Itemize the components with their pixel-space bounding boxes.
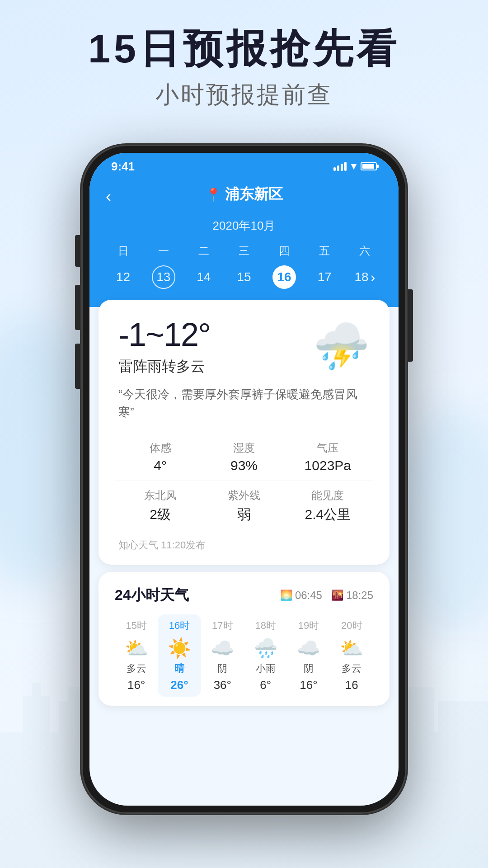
phone-button-vol-up (75, 285, 80, 330)
calendar-grid: 日 一 二 三 四 五 六 12 13 14 (103, 241, 385, 293)
hour-17-label: 17时 (203, 619, 242, 632)
detail-wind: 东北风 2级 (118, 481, 202, 531)
hourly-header: 24小时天气 🌅 06:45 🌇 18:25 (115, 585, 373, 605)
detail-visibility-value: 2.4公里 (286, 505, 370, 524)
hour-16-temp: 26° (160, 678, 199, 692)
temp-range: -1~12° 雷阵雨转多云 (118, 316, 210, 377)
calendar-day-17[interactable]: 17 (305, 261, 345, 293)
hour-19-icon: ☁️ (289, 637, 328, 659)
day-14-circle: 14 (192, 265, 216, 289)
calendar-month: 2020年10月 (103, 218, 385, 234)
calendar-next-btn[interactable]: 18 › (345, 261, 385, 293)
weekday-tue: 二 (183, 241, 224, 261)
detail-visibility-label: 能见度 (286, 488, 370, 503)
hour-15-label: 15时 (117, 619, 156, 632)
detail-feels-like-label: 体感 (118, 441, 202, 455)
hero-subtitle: 小时预报提前查 (0, 79, 488, 111)
hour-18-temp: 6° (246, 678, 285, 692)
hourly-title: 24小时天气 (115, 585, 189, 605)
hour-19-temp: 16° (289, 678, 328, 692)
hourly-section: 24小时天气 🌅 06:45 🌇 18:25 15时 ⛅ 多云 (99, 572, 389, 706)
hero-title: 15日预报抢先看 (0, 27, 488, 71)
hour-item-20: 20时 ⛅ 多云 16 (330, 614, 373, 697)
detail-visibility: 能见度 2.4公里 (286, 481, 370, 531)
calendar-day-15[interactable]: 15 (224, 261, 264, 293)
calendar-day-16[interactable]: 16 (264, 261, 305, 293)
detail-humidity-label: 湿度 (202, 441, 286, 455)
detail-uv: 紫外线 弱 (202, 481, 286, 531)
hour-17-temp: 36° (203, 678, 242, 692)
calendar-day-14[interactable]: 14 (183, 261, 224, 293)
weekday-thu: 四 (264, 241, 305, 261)
temperature-row: -1~12° 雷阵雨转多云 ⛈️ (118, 316, 370, 377)
weekday-sat: 六 (345, 241, 385, 261)
weather-icon-thunderstorm: ⛈️ (313, 320, 370, 373)
hour-15-temp: 16° (117, 678, 156, 692)
hour-17-icon: ☁️ (203, 637, 242, 659)
publish-info: 知心天气 11:20发布 (118, 538, 370, 552)
weekday-wed: 三 (224, 241, 264, 261)
hour-15-icon: ⛅ (117, 637, 156, 659)
sunrise-time: 🌅 06:45 (280, 589, 322, 602)
day-17-circle: 17 (313, 265, 336, 289)
day-15-circle: 15 (232, 265, 256, 289)
hour-18-icon: 🌧️ (246, 637, 285, 659)
weekday-sun: 日 (103, 241, 143, 261)
hour-20-desc: 多云 (332, 662, 371, 675)
detail-feels-like-value: 4° (118, 458, 202, 473)
hour-19-label: 19时 (289, 619, 328, 632)
weather-card: -1~12° 雷阵雨转多云 ⛈️ “今天很冷，需要厚外套厚裤子保暖避免感冒风寒”… (99, 300, 389, 565)
status-bar: 9:41 ▾ (89, 153, 399, 180)
location-pin-icon: 📍 (206, 187, 221, 202)
phone-button-power (408, 289, 413, 362)
day-13-circle: 13 (152, 265, 175, 289)
hourly-list: 15时 ⛅ 多云 16° 16时 ☀️ 晴 26° 17时 ☁️ 阴 36° (115, 614, 373, 697)
phone-button-mute (75, 235, 80, 267)
sunset-value: 18:25 (346, 589, 373, 602)
sunrise-sunset: 🌅 06:45 🌇 18:25 (280, 589, 373, 602)
signal-icon (333, 162, 347, 171)
svg-rect-16 (407, 687, 434, 732)
weather-tip: “今天很冷，需要厚外套厚裤子保暖避免感冒风寒” (118, 386, 370, 421)
detail-wind-label: 东北风 (118, 488, 202, 503)
hour-16-desc: 晴 (160, 662, 199, 675)
status-time: 9:41 (111, 160, 135, 174)
svg-rect-1 (23, 696, 50, 732)
battery-icon (361, 162, 377, 170)
hero-section: 15日预报抢先看 小时预报提前查 (0, 27, 488, 111)
hour-16-icon: ☀️ (160, 637, 199, 659)
back-button[interactable]: ‹ (106, 187, 111, 206)
detail-humidity-value: 93% (202, 458, 286, 473)
hour-19-desc: 阴 (289, 662, 328, 675)
wifi-icon: ▾ (351, 160, 356, 172)
weekday-mon: 一 (143, 241, 183, 261)
temp-range-text: -1~12° (118, 316, 210, 353)
phone-mockup: 9:41 ▾ ‹ 📍 浦东新区 (81, 145, 407, 814)
detail-uv-value: 弱 (202, 505, 286, 524)
calendar-day-12[interactable]: 12 (103, 261, 143, 293)
hour-item-19: 19时 ☁️ 阴 16° (287, 614, 330, 697)
detail-uv-label: 紫外线 (202, 488, 286, 503)
location-row: 📍 浦东新区 (108, 184, 380, 204)
weekday-fri: 五 (305, 241, 345, 261)
hour-15-desc: 多云 (117, 662, 156, 675)
sunrise-icon: 🌅 (280, 590, 292, 601)
detail-humidity: 湿度 93% (202, 434, 286, 481)
detail-pressure: 气压 1023Pa (286, 434, 370, 481)
sunset-time: 🌇 18:25 (331, 589, 373, 602)
hour-16-label: 16时 (160, 619, 199, 632)
detail-pressure-label: 气压 (286, 441, 370, 455)
hour-item-18: 18时 🌧️ 小雨 6° (244, 614, 287, 697)
detail-feels-like: 体感 4° (118, 434, 202, 481)
hour-18-desc: 小雨 (246, 662, 285, 675)
hour-18-label: 18时 (246, 619, 285, 632)
hour-20-temp: 16 (332, 678, 371, 692)
phone-button-vol-down (75, 344, 80, 389)
svg-rect-17 (438, 701, 488, 732)
status-icons: ▾ (333, 160, 377, 172)
hour-20-label: 20时 (332, 619, 371, 632)
hour-item-17: 17时 ☁️ 阴 36° (201, 614, 244, 697)
sunset-icon: 🌇 (331, 590, 343, 601)
calendar-day-13[interactable]: 13 (143, 261, 183, 293)
weather-description: 雷阵雨转多云 (118, 357, 210, 377)
